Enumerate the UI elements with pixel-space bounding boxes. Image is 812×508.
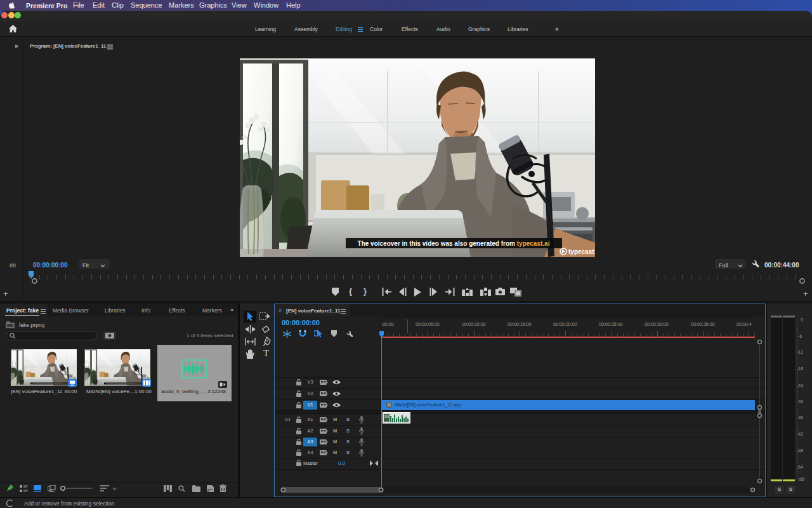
svg-text:The voiceover in this video wa: The voiceover in this video was also gen… [358,240,550,247]
svg-text:typecast: typecast [568,248,594,255]
